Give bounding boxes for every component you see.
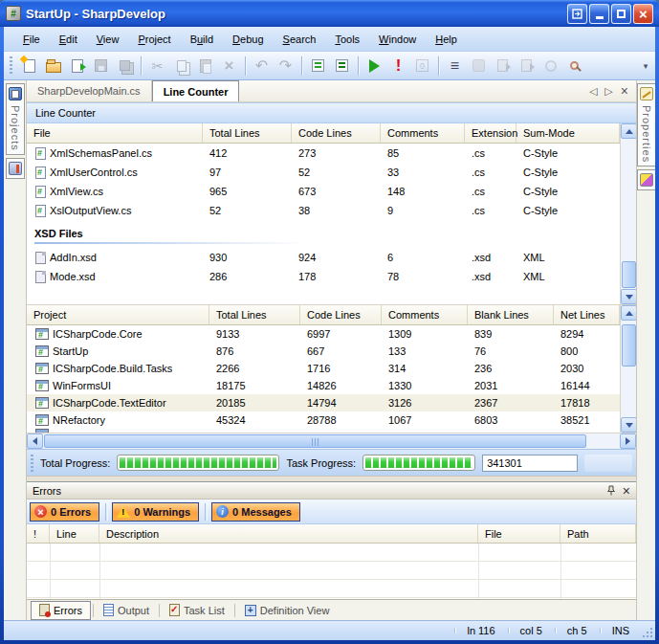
next-tab-icon[interactable] (604, 85, 612, 98)
uncomment-region-button[interactable] (331, 55, 353, 77)
scroll-thumb[interactable] (44, 434, 586, 448)
table-row[interactable]: XmlSchemasPanel.cs41227385.csC-Style (27, 144, 636, 163)
menu-file[interactable]: File (13, 30, 50, 49)
filter-0-warnings-button[interactable]: 0 Warnings (112, 502, 199, 522)
menu-tools[interactable]: Tools (325, 30, 369, 49)
column-header-code-lines[interactable]: Code Lines (300, 305, 382, 324)
pin-icon[interactable] (606, 485, 616, 496)
bottom-tab-errors[interactable]: Errors (31, 601, 91, 620)
scroll-left-button[interactable] (27, 433, 43, 449)
column-header-file[interactable]: File (27, 123, 203, 143)
reload-file-button[interactable] (66, 55, 88, 77)
sort-lines-icon (450, 57, 459, 75)
table-row[interactable]: ICSharpCode.TextEditor201851479431262367… (27, 394, 636, 411)
table-row[interactable]: ICSharpCode.Core9133699713098398294 (27, 325, 636, 343)
files-vertical-scrollbar[interactable] (620, 123, 636, 304)
breakpoint-button[interactable] (387, 55, 409, 77)
tab-line-counter[interactable]: Line Counter (152, 80, 240, 101)
run-button[interactable] (363, 55, 385, 77)
scroll-down-button[interactable] (621, 417, 636, 433)
maximize-button[interactable] (611, 4, 631, 24)
table-row[interactable]: XslOutputView.cs52389.csC-Style (27, 201, 636, 220)
table-row[interactable]: StartUp87666713376800 (27, 343, 636, 360)
progress-grip[interactable] (31, 455, 33, 472)
window-title: StartUp - SharpDevelop (26, 7, 567, 21)
column-header-total-lines[interactable]: Total Lines (203, 123, 292, 143)
filter-0-errors-button[interactable]: 0 Errors (30, 502, 99, 522)
bottom-tab-output[interactable]: Output (96, 601, 157, 620)
pad-tab-classes-pad-icon[interactable] (637, 169, 655, 190)
comment-region-button[interactable] (307, 55, 329, 77)
tab-sharpdevelopmain-cs[interactable]: SharpDevelopMain.cs (27, 80, 152, 101)
table-row[interactable]: XmlUserControl.cs975233.csC-Style (27, 163, 636, 182)
new-file-button[interactable] (18, 55, 40, 77)
bottom-tab-definition-view[interactable]: Definition View (237, 601, 338, 620)
title-bar[interactable]: StartUp - SharpDevelop (0, 0, 659, 27)
pad-tab-tools-pad-icon[interactable] (6, 158, 25, 179)
toolbar-grip[interactable] (10, 56, 12, 76)
horizontal-scrollbar[interactable] (27, 433, 636, 449)
main-toolbar (4, 52, 655, 80)
warning-icon (117, 506, 130, 518)
menu-project[interactable]: Project (128, 30, 180, 49)
table-row[interactable]: Mode.xsd28617878.xsdXML (27, 267, 636, 286)
column-header-path[interactable]: Path (560, 524, 636, 543)
close-tab-icon[interactable] (621, 83, 628, 99)
resize-grip[interactable] (642, 621, 655, 640)
scroll-right-button[interactable] (620, 433, 636, 449)
close-icon[interactable] (623, 483, 630, 499)
step-into-icon (521, 59, 532, 72)
table-row[interactable]: NRefactory45324287881067680338521 (27, 411, 636, 429)
menu-debug[interactable]: Debug (223, 30, 273, 49)
scroll-up-button[interactable] (621, 305, 636, 321)
column-header-blank[interactable]: ! (27, 524, 50, 543)
toolwindow-button[interactable] (567, 4, 587, 24)
total-progress-bar (117, 455, 279, 471)
table-row[interactable]: AddIn.xsd9309246.xsdXML (27, 248, 636, 267)
menu-view[interactable]: View (87, 30, 129, 49)
close-button[interactable] (633, 4, 653, 24)
filter-label: 0 Errors (51, 506, 91, 518)
column-header-comments[interactable]: Comments (382, 305, 468, 324)
status-line: ln 116 (454, 625, 507, 636)
filter-separator (105, 503, 106, 521)
table-row[interactable]: WinFormsUI18175148261330203116144 (27, 377, 636, 394)
minimize-button[interactable] (589, 4, 609, 24)
open-file-button[interactable] (42, 55, 64, 77)
column-header-description[interactable]: Description (99, 524, 478, 543)
scroll-up-button[interactable] (621, 123, 636, 139)
pad-tab-properties[interactable]: Properties (637, 83, 655, 167)
column-header-line[interactable]: Line (50, 524, 99, 543)
column-header-sum-mode[interactable]: Sum-Mode (516, 123, 620, 143)
column-header-net-lines[interactable]: Net Lines (554, 305, 620, 324)
menu-build[interactable]: Build (181, 30, 223, 49)
status-insert-mode: INS (600, 625, 642, 636)
column-header-project[interactable]: Project (27, 305, 209, 324)
table-row[interactable]: ICSharpCode.Build.Tasks22661716314236203… (27, 360, 636, 377)
pad-tab-projects[interactable]: Projects (6, 83, 25, 155)
menu-edit[interactable]: Edit (50, 30, 87, 49)
column-header-comments[interactable]: Comments (381, 123, 465, 143)
scroll-down-button[interactable] (621, 289, 636, 304)
menu-window[interactable]: Window (369, 30, 426, 49)
column-header-code-lines[interactable]: Code Lines (292, 123, 381, 143)
bottom-tab-task-list[interactable]: Task List (162, 601, 232, 620)
scroll-thumb[interactable] (622, 324, 636, 366)
search-button[interactable] (563, 55, 585, 77)
menu-search[interactable]: Search (274, 30, 326, 49)
sort-lines-button[interactable] (444, 55, 466, 77)
column-header-blank-lines[interactable]: Blank Lines (468, 305, 554, 324)
column-header-extension[interactable]: Extension (465, 123, 516, 143)
toolbar-overflow-button[interactable] (640, 61, 651, 71)
project-icon (35, 380, 49, 391)
table-row[interactable]: XmlView.cs965673148.csC-Style (27, 182, 636, 201)
bottom-tab-label: Task List (184, 605, 225, 616)
filter-0-messages-button[interactable]: 0 Messages (211, 502, 300, 522)
menu-help[interactable]: Help (426, 30, 467, 49)
projects-vertical-scrollbar[interactable] (620, 305, 636, 433)
column-header-total-lines[interactable]: Total Lines (209, 305, 300, 324)
column-header-file[interactable]: File (478, 524, 560, 543)
run-icon (369, 59, 380, 73)
scroll-thumb[interactable] (622, 261, 636, 288)
prev-tab-icon[interactable] (589, 85, 597, 98)
